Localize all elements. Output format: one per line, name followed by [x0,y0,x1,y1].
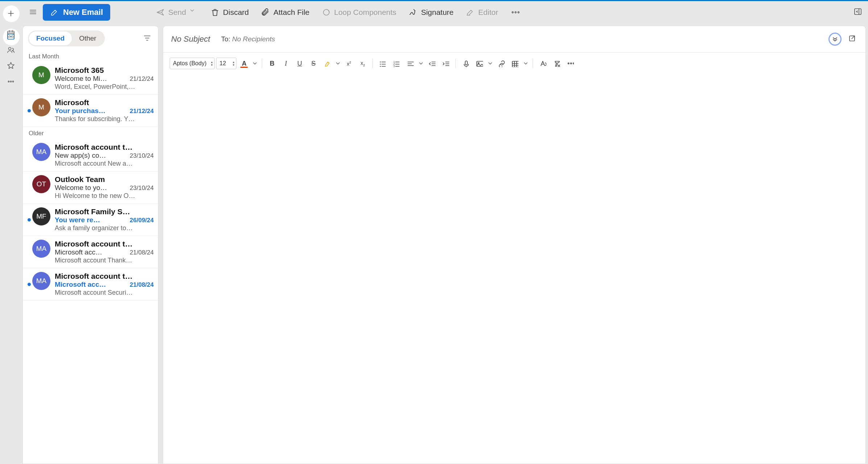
compose-header: No Subject To: No Recipients [163,26,865,53]
dictate-button[interactable] [459,58,472,69]
email-subject: Microsoft acc… [55,281,126,289]
avatar: M [32,66,50,84]
font-family-select[interactable]: Aptos (Body) ▴▾ [170,58,215,69]
plus-icon [7,9,16,18]
avatar: M [32,98,50,116]
attach-file-button[interactable]: Attach File [256,5,314,20]
strikethrough-button[interactable]: S [307,58,319,69]
unread-dot [28,109,31,112]
mic-icon [462,60,469,67]
subscript-button[interactable]: x2 [356,58,369,69]
svg-point-22 [571,63,572,64]
svg-point-11 [380,62,381,63]
new-item-button[interactable] [3,5,20,22]
compose-body[interactable] [163,74,865,464]
bold-button[interactable]: B [266,58,278,69]
email-date: 21/08/24 [130,281,154,289]
indent-button[interactable] [439,58,452,69]
font-size-select[interactable]: 12 ▴▾ [216,58,236,69]
highlight-button[interactable] [321,58,333,69]
outdent-icon [428,60,435,67]
outdent-button[interactable] [426,58,438,69]
to-field[interactable]: To: No Recipients [221,35,275,43]
tab-other[interactable]: Other [72,32,104,45]
collapse-icon [853,7,862,16]
email-preview: Hi Welcome to the new O… [55,192,154,200]
hamburger-button[interactable] [26,5,41,20]
send-button[interactable]: Send [151,5,203,20]
signature-button[interactable]: Signature [404,5,459,20]
compose-icon [50,8,59,17]
email-item[interactable]: MA Microsoft account t… Microsoft acc… 2… [23,268,158,301]
attach-icon [261,8,270,17]
clear-formatting-icon [553,60,560,67]
svg-point-19 [478,63,479,64]
inbox-tab-pill: Focused Other [28,30,105,46]
signature-label: Signature [421,8,454,17]
svg-point-23 [573,63,574,64]
email-date: 23/10/24 [130,152,154,160]
email-item[interactable]: M Microsoft Your purchas… 21/12/24 Thank… [23,95,158,127]
more-rail-button[interactable] [7,100,16,109]
email-list[interactable]: Last Month M Microsoft 365 Welcome to Mi… [23,50,158,301]
loop-components-button[interactable]: Loop Components [317,5,402,20]
underline-button[interactable]: U [293,58,306,69]
format-toolbar: Aptos (Body) ▴▾ 12 ▴▾ A B I U [163,53,865,74]
recipients-placeholder: No Recipients [232,35,275,43]
superscript-button[interactable]: x2 [343,58,355,69]
email-item[interactable]: MA Microsoft account t… Microsoft acc… 2… [23,236,158,268]
email-item[interactable]: MA Microsoft account t… New app(s) co… 2… [23,139,158,171]
email-subject: New app(s) co… [55,152,126,160]
editor-button[interactable]: Editor [461,5,503,20]
chevron-down-icon [488,61,492,66]
compose-panel: No Subject To: No Recipients [163,26,866,464]
unread-dot [28,283,31,286]
expand-header-button[interactable] [828,33,842,46]
clear-formatting-button[interactable] [550,58,563,69]
filter-icon [143,34,151,42]
table-chevron[interactable] [522,61,529,66]
email-list-panel: Focused Other Last Month M Microsoft 365 [22,26,158,464]
image-chevron[interactable] [487,61,493,66]
svg-point-7 [515,12,516,13]
chevron-down-icon [190,8,198,17]
highlight-chevron[interactable] [335,61,341,66]
chevron-double-down-icon [832,36,838,42]
unread-dot [28,218,31,221]
insert-table-button[interactable] [509,58,521,69]
attach-file-label: Attach File [273,8,309,17]
styles-button[interactable] [537,58,549,69]
discard-button[interactable]: Discard [206,5,254,20]
format-overflow-button[interactable] [564,58,576,69]
subject-placeholder[interactable]: No Subject [171,34,210,44]
email-subject: Microsoft acc… [55,248,126,256]
popout-button[interactable] [847,33,857,45]
align-button[interactable] [404,58,416,69]
email-item[interactable]: MF Microsoft Family S… You were re… 26/0… [23,204,158,236]
tab-focused[interactable]: Focused [29,32,72,45]
toolbar-overflow-button[interactable] [508,9,523,16]
ellipsis-icon [7,77,16,132]
align-chevron[interactable] [418,61,424,66]
filter-button[interactable] [141,32,153,45]
bullets-button[interactable] [376,58,389,69]
styles-icon [539,60,546,67]
email-item[interactable]: OT Outlook Team Welcome to yo… 23/10/24 … [23,171,158,204]
email-sender: Microsoft Family S… [55,207,154,216]
email-subject: Welcome to yo… [55,184,126,192]
email-date: 21/08/24 [130,249,154,256]
new-email-button[interactable]: New Email [43,4,110,21]
collapse-ribbon-button[interactable] [851,5,864,20]
italic-button[interactable]: I [280,58,292,69]
insert-image-button[interactable] [473,58,485,69]
chevron-down-icon [419,61,423,66]
numbering-button[interactable]: 123 [390,58,402,69]
email-item[interactable]: M Microsoft 365 Welcome to Mi… 21/12/24 … [23,62,158,95]
svg-point-12 [380,64,381,65]
svg-point-1 [9,47,11,50]
link-icon [497,60,505,67]
font-color-chevron[interactable] [252,61,258,66]
insert-link-button[interactable] [495,58,507,69]
font-color-button[interactable]: A [238,58,250,69]
svg-text:3: 3 [393,65,395,67]
